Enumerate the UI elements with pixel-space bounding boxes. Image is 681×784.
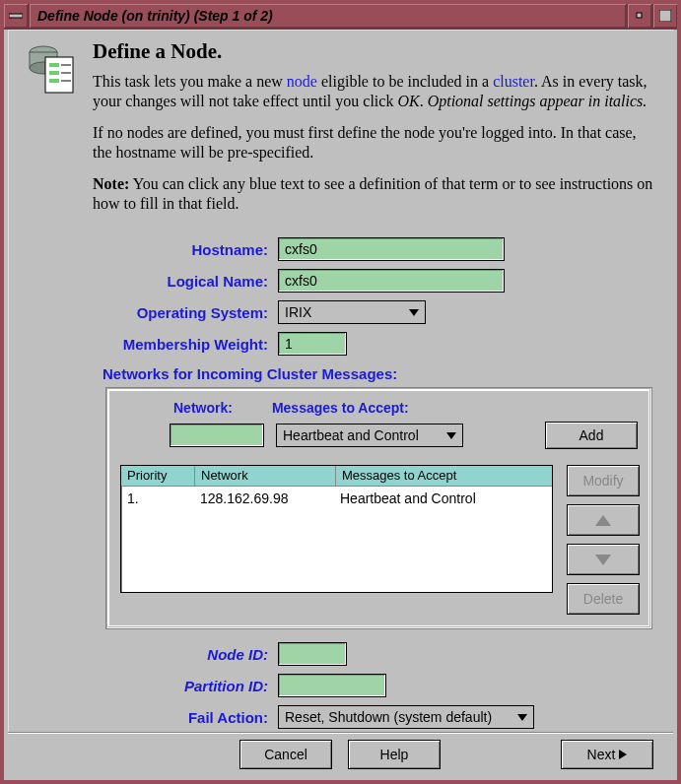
link-node[interactable]: node [287, 73, 317, 90]
label-node-id[interactable]: Node ID: [22, 646, 278, 663]
delete-button[interactable]: Delete [567, 583, 640, 615]
arrow-up-icon [595, 515, 611, 526]
titlebar: Define Node (on trinity) (Step 1 of 2) [4, 4, 677, 30]
svg-rect-8 [49, 71, 59, 75]
fail-action-select[interactable]: Reset, Shutdown (system default) [278, 705, 534, 729]
window-menu-button[interactable] [4, 4, 30, 28]
intro-p1: This task lets you make a new node eligi… [93, 72, 653, 111]
logical-name-input[interactable] [278, 269, 505, 293]
modify-button[interactable]: Modify [567, 465, 640, 496]
node-id-input[interactable] [278, 642, 347, 666]
label-weight[interactable]: Membership Weight: [22, 336, 278, 353]
page-heading: Define a Node. [93, 39, 653, 64]
col-messages: Messages to Accept [336, 466, 552, 486]
move-up-button[interactable] [567, 504, 640, 536]
networks-table-wrap: Priority Network Messages to Accept 1. 1… [120, 465, 638, 615]
help-button[interactable]: Help [348, 740, 441, 769]
networks-groupbox: Network: Messages to Accept: Heartbeat a… [106, 388, 651, 628]
chevron-down-icon [409, 309, 419, 316]
partition-id-input[interactable] [278, 674, 386, 697]
move-down-button[interactable] [567, 544, 640, 575]
chevron-down-icon [446, 432, 456, 439]
networks-header: Network: Messages to Accept: [173, 400, 638, 416]
next-arrow-icon [619, 750, 627, 759]
window-title: Define Node (on trinity) (Step 1 of 2) [30, 4, 626, 28]
next-button[interactable]: Next [561, 740, 653, 769]
minimize-button[interactable] [626, 4, 651, 28]
client-area: Define a Node. This task lets you make a… [8, 30, 673, 776]
col-priority: Priority [121, 466, 195, 486]
svg-rect-2 [659, 10, 671, 22]
maximize-button[interactable] [651, 4, 677, 28]
svg-rect-7 [49, 63, 59, 67]
chevron-down-icon [517, 714, 527, 721]
label-partition-id[interactable]: Partition ID: [22, 678, 278, 694]
label-messages[interactable]: Messages to Accept: [272, 400, 409, 416]
svg-rect-1 [637, 13, 642, 18]
table-side-buttons: Modify Delete [567, 465, 638, 615]
hostname-input[interactable] [278, 237, 505, 261]
intro-text: Define a Node. This task lets you make a… [93, 39, 653, 226]
messages-select[interactable]: Heartbeat and Control [276, 424, 463, 447]
link-cluster[interactable]: cluster [493, 73, 534, 90]
arrow-down-icon [595, 555, 611, 565]
define-node-window: Define Node (on trinity) (Step 1 of 2) [0, 0, 681, 784]
task-icon [22, 39, 79, 226]
label-fail-action[interactable]: Fail Action: [22, 709, 278, 726]
intro-p3: Note: You can click any blue text to see… [93, 174, 653, 214]
svg-rect-0 [9, 14, 23, 18]
add-row: Heartbeat and Control Add [170, 422, 638, 449]
intro-p2: If no nodes are defined, you must first … [93, 123, 653, 163]
svg-rect-9 [49, 79, 59, 83]
label-logical-name[interactable]: Logical Name: [22, 273, 278, 290]
label-os[interactable]: Operating System: [22, 304, 278, 321]
table-row[interactable]: 1. 128.162.69.98 Heartbeat and Control [121, 487, 552, 510]
label-network[interactable]: Network: [173, 400, 233, 416]
network-input[interactable] [170, 424, 264, 447]
table-header: Priority Network Messages to Accept [121, 466, 552, 487]
col-network: Network [195, 466, 336, 486]
label-networks-section[interactable]: Networks for Incoming Cluster Messages: [102, 365, 653, 382]
os-select[interactable]: IRIX [278, 300, 426, 324]
cancel-button[interactable]: Cancel [239, 740, 332, 769]
add-button[interactable]: Add [545, 422, 638, 449]
button-bar: Cancel Help Next [8, 732, 673, 776]
networks-table[interactable]: Priority Network Messages to Accept 1. 1… [120, 465, 553, 593]
weight-input[interactable] [278, 332, 347, 356]
content: Define a Node. This task lets you make a… [8, 30, 673, 733]
intro-block: Define a Node. This task lets you make a… [22, 39, 653, 226]
form: Hostname: Logical Name: Operating System… [22, 237, 653, 729]
label-hostname[interactable]: Hostname: [22, 241, 278, 258]
